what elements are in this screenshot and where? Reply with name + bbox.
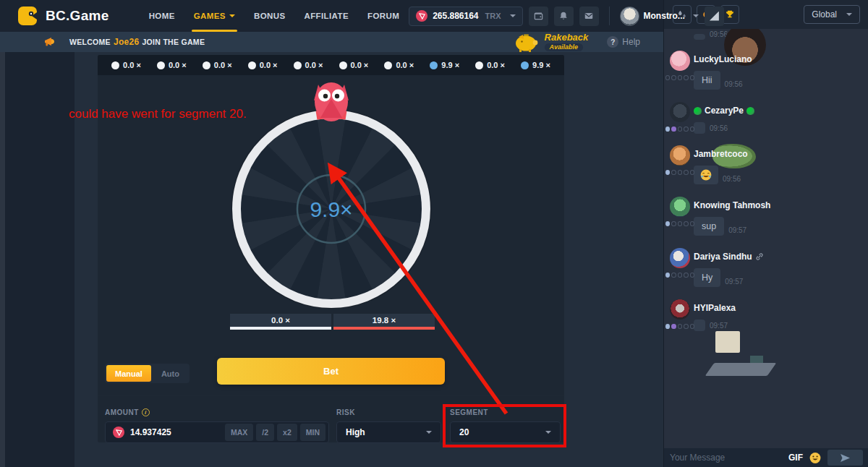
chat-input-bar: GIF — [664, 448, 868, 467]
nav-username: Monstro... — [644, 11, 685, 21]
chevron-down-icon — [229, 14, 235, 17]
history-result[interactable]: 0.0 × — [384, 61, 414, 69]
message-bubble: Hii — [694, 71, 720, 90]
balance-currency: TRX — [485, 12, 501, 20]
bcgame-logo-icon — [17, 5, 39, 27]
payout-tab-high[interactable]: 19.8 × — [333, 314, 435, 330]
chat-username[interactable]: Jambretcoco — [694, 149, 748, 159]
avatar[interactable] — [670, 248, 690, 268]
chevron-down-icon — [426, 431, 432, 434]
history-result[interactable]: 9.9 × — [430, 61, 459, 69]
mail-icon — [584, 11, 594, 21]
send-icon — [841, 454, 850, 462]
medal-row — [665, 75, 694, 80]
message-time: 09:56 — [710, 124, 728, 134]
chat-room-select[interactable]: Global — [804, 5, 860, 24]
risk-select[interactable]: High — [336, 421, 441, 443]
double-button[interactable]: x2 — [277, 424, 297, 441]
nav-item-games[interactable]: GAMES — [184, 0, 244, 32]
payout-tab-low[interactable]: 0.0 × — [230, 314, 331, 330]
gif-message[interactable] — [694, 122, 705, 134]
manual-mode-button[interactable]: Manual — [106, 365, 151, 382]
chat-username[interactable]: LuckyLuciano — [694, 54, 752, 64]
nav-item-affiliate[interactable]: AFFILIATE — [294, 0, 358, 32]
history-result[interactable]: 9.9 × — [521, 61, 550, 69]
auto-mode-button[interactable]: Auto — [153, 365, 188, 382]
balance-selector[interactable]: 265.886164 TRX — [409, 7, 522, 26]
welcome-message: WELCOMEJoe26JOIN THE GAME — [69, 37, 205, 47]
left-gutter — [0, 52, 75, 467]
gif-button[interactable]: GIF — [788, 453, 803, 463]
notifications-button[interactable] — [554, 7, 574, 26]
history-result[interactable]: 0.0 × — [248, 61, 278, 69]
min-button[interactable]: MIN — [300, 424, 326, 441]
chat-username[interactable]: Knowing Tahmosh — [694, 200, 770, 210]
history-result[interactable]: 0.0 × — [203, 61, 232, 69]
balance-amount: 265.886164 — [433, 11, 478, 21]
message-time: 09:56 — [723, 175, 741, 184]
trx-coin-icon — [113, 427, 124, 438]
amount-field: MAX /2 x2 MIN — [105, 421, 329, 443]
message-bubble — [694, 166, 718, 184]
avatar[interactable] — [670, 51, 690, 71]
chat-message: Dariya Sindhu Hy 09:57 — [664, 247, 868, 287]
avatar[interactable] — [670, 145, 690, 166]
history-result[interactable]: 0.0 × — [339, 61, 369, 69]
trx-coin-icon — [416, 10, 427, 22]
help-label: Help — [622, 37, 640, 47]
nav-right: 265.886164 TRX Monstro... — [409, 7, 731, 26]
medal-row — [665, 324, 694, 329]
bell-icon — [558, 11, 569, 21]
wheel-multiplier-label: 9.9× — [310, 197, 352, 221]
welcome-username[interactable]: Joe26 — [114, 37, 140, 47]
history-result[interactable]: 0.0 × — [157, 61, 187, 69]
megaphone-icon — [43, 36, 56, 48]
user-menu[interactable]: Monstro... — [620, 7, 699, 26]
laughing-emoji-icon — [700, 169, 712, 181]
main-menu: HOME GAMES BONUS AFFILIATE FORUM — [140, 0, 409, 32]
max-button[interactable]: MAX — [225, 424, 253, 441]
chat-username[interactable]: HYIPalexa — [694, 303, 736, 313]
send-message-button[interactable] — [827, 450, 863, 466]
avatar[interactable] — [670, 299, 690, 320]
bet-button[interactable]: Bet — [217, 358, 445, 385]
nav-item-forum[interactable]: FORUM — [358, 0, 409, 32]
scrollbar-track[interactable] — [0, 52, 5, 467]
chevron-down-icon — [510, 14, 516, 17]
history-result[interactable]: 0.0 × — [294, 61, 323, 69]
gif-message[interactable] — [694, 320, 705, 331]
medal-row — [665, 170, 694, 175]
nav-item-home[interactable]: HOME — [140, 0, 184, 32]
chat-username[interactable]: Dariya Sindhu — [694, 252, 752, 262]
emoji-button[interactable] — [809, 452, 821, 464]
avatar[interactable] — [670, 197, 690, 217]
nav-item-bonus[interactable]: BONUS — [244, 0, 295, 32]
info-icon[interactable]: i — [142, 408, 150, 416]
chat-message-input[interactable] — [670, 453, 782, 463]
chat-messages: 09:56 LuckyLuciano Hii 09:56 CezaryPe — [664, 29, 868, 447]
chat-message: Knowing Tahmosh sup 09:57 — [664, 195, 868, 236]
wheel: 9.9× — [226, 79, 436, 317]
user-avatar — [620, 7, 639, 26]
bcgame-logo[interactable]: BC.Game — [0, 5, 109, 27]
avatar[interactable] — [670, 102, 690, 122]
half-button[interactable]: /2 — [256, 424, 274, 441]
messages-button[interactable] — [579, 7, 599, 26]
message-bubble: Hy — [694, 268, 720, 287]
history-result[interactable]: 0.0 × — [475, 61, 505, 69]
annotation-text: could have went for segment 20. — [69, 107, 247, 121]
toggle-view-button[interactable] — [705, 7, 724, 26]
page: BC.Game HOME GAMES BONUS AFFILIATE FORUM… — [0, 0, 868, 467]
gif-message[interactable] — [694, 34, 705, 40]
top-nav: BC.Game HOME GAMES BONUS AFFILIATE FORUM… — [0, 0, 663, 32]
link-emoji-icon — [755, 252, 764, 261]
amount-input[interactable] — [130, 427, 222, 437]
rakeback-widget[interactable]: Rakeback Available — [511, 31, 589, 53]
message-bubble: sup — [694, 217, 724, 236]
wallet-button[interactable] — [529, 7, 548, 26]
help-button[interactable]: ? Help — [607, 36, 640, 48]
history-result[interactable]: 0.0 × — [111, 61, 141, 69]
results-history-bar: 0.0 ×0.0 ×0.0 ×0.0 ×0.0 ×0.0 ×0.0 ×9.9 ×… — [98, 55, 564, 75]
chat-username[interactable]: CezaryPe — [705, 106, 744, 116]
chat-message: LuckyLuciano Hii 09:56 — [664, 49, 868, 90]
